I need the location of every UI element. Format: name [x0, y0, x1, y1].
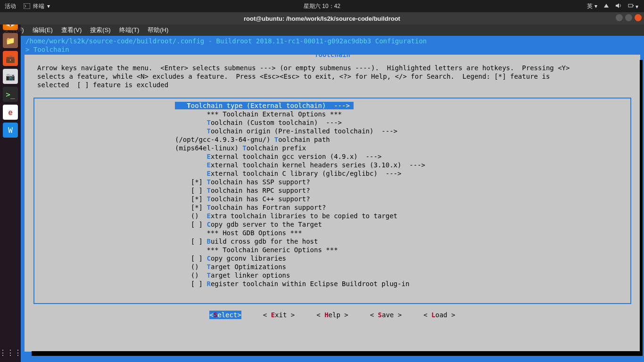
close-button[interactable] — [635, 14, 642, 21]
select-button[interactable]: <Select> — [209, 311, 241, 319]
option-row[interactable]: () Target Optimizations — [34, 263, 630, 271]
option-row[interactable]: External toolchain C library (glibc/egli… — [34, 169, 630, 178]
option-row[interactable]: Toolchain (Custom toolchain) ---> — [34, 118, 630, 127]
option-row[interactable]: [*] Toolchain has SSP support? — [34, 178, 630, 186]
window-title: root@ubuntu: /home/work/ls2k/source-code… — [244, 15, 400, 22]
option-row[interactable]: (mips64el-linux) Toolchain prefix — [34, 144, 630, 152]
menu-terminal[interactable]: 终端(T) — [119, 26, 140, 34]
dock-screenshot-icon[interactable]: 📷 — [3, 69, 18, 84]
option-row[interactable]: [*] Toolchain has Fortran support? — [34, 203, 630, 212]
dock: 🦊 📁 💼 📷 >_ e W ⋮⋮⋮ — [0, 12, 21, 362]
panel-shadow-right — [640, 60, 643, 356]
option-row[interactable]: [ ] Build cross gdb for the host — [34, 237, 630, 246]
minimize-button[interactable] — [616, 14, 623, 21]
exit-button[interactable]: < Exit > — [263, 311, 295, 319]
help-text: Arrow keys navigate the menu. <Enter> se… — [25, 55, 640, 92]
menu-view[interactable]: 查看(V) — [61, 26, 82, 34]
option-row[interactable]: [ ] Toolchain has RPC support? — [34, 186, 630, 195]
option-row[interactable]: *** Toolchain Generic Options *** — [34, 246, 630, 254]
menu-search[interactable]: 搜索(S) — [90, 26, 110, 34]
option-row[interactable]: [*] Toolchain has C++ support? — [34, 195, 630, 203]
panel-title: Toolchain — [25, 50, 640, 59]
menuconfig-panel: Toolchain Arrow keys navigate the menu. … — [25, 55, 640, 352]
dock-wps-icon[interactable]: W — [3, 123, 18, 138]
action-buttons: <Select>< Exit >< Help >< Save >< Load > — [25, 311, 640, 319]
svg-rect-0 — [24, 3, 30, 9]
option-row[interactable]: [ ] Register toolchain within Eclipse Bu… — [34, 280, 630, 288]
option-row[interactable]: [ ] Copy gconv libraries — [34, 254, 630, 263]
dock-files-icon[interactable]: 📁 — [3, 33, 18, 48]
input-method-indicator[interactable]: 英 ▾ — [587, 2, 597, 10]
menu-help[interactable]: 帮助(H) — [148, 26, 168, 34]
svg-rect-2 — [633, 5, 634, 6]
option-row[interactable]: Toolchain type (External toolchain) ---> — [34, 101, 354, 110]
svg-rect-1 — [628, 4, 633, 7]
maximize-button[interactable] — [625, 14, 632, 21]
menubar: 文件(F) 编辑(E) 查看(V) 搜索(S) 终端(T) 帮助(H) — [0, 25, 644, 36]
current-app-name: 终端 — [33, 2, 44, 10]
option-row[interactable]: *** Toolchain External Options *** — [34, 110, 630, 118]
option-row[interactable]: Toolchain origin (Pre-installed toolchai… — [34, 127, 630, 135]
terminal-icon — [24, 3, 30, 9]
load-button[interactable]: < Load > — [423, 311, 455, 319]
show-apps-icon[interactable]: ⋮⋮⋮ — [0, 348, 22, 357]
terminal-area: /home/work/ls2k/source-code/buildroot/.c… — [21, 36, 644, 362]
option-row[interactable]: (/opt/gcc-4.9.3-64-gnu/) Toolchain path — [34, 135, 630, 144]
network-icon[interactable] — [603, 3, 610, 10]
help-button[interactable]: < Help > — [316, 311, 348, 319]
option-row[interactable]: [ ] Copy gdb server to the Target — [34, 220, 630, 229]
volume-icon[interactable] — [615, 3, 622, 10]
activities-button[interactable]: 活动 — [5, 2, 16, 10]
option-row[interactable]: *** Host GDB Options *** — [34, 229, 630, 237]
option-row[interactable]: () Extra toolchain libraries to be copie… — [34, 212, 630, 220]
current-app-indicator[interactable]: 终端 ▾ — [24, 2, 50, 10]
gnome-topbar: 活动 终端 ▾ 星期六 10：42 英 ▾ ▾ — [0, 0, 644, 12]
menu-edit[interactable]: 编辑(E) — [33, 26, 53, 34]
option-row[interactable]: () Target linker options — [34, 271, 630, 280]
config-path: /home/work/ls2k/source-code/buildroot/.c… — [25, 37, 427, 45]
power-icon[interactable]: ▾ — [627, 3, 638, 10]
window-titlebar: root@ubuntu: /home/work/ls2k/source-code… — [0, 12, 644, 25]
dock-reader-icon[interactable]: e — [3, 105, 18, 120]
dock-terminal-icon[interactable]: >_ — [3, 87, 18, 102]
dock-software-icon[interactable]: 💼 — [3, 51, 18, 66]
save-button[interactable]: < Save > — [370, 311, 402, 319]
chevron-down-icon: ▾ — [47, 3, 50, 9]
panel-shadow — [32, 351, 640, 356]
clock: 星期六 10：42 — [0, 2, 644, 10]
option-row[interactable]: External toolchain gcc version (4.9.x) -… — [34, 152, 630, 161]
options-listbox[interactable]: Toolchain type (External toolchain) --->… — [33, 98, 631, 304]
option-row[interactable]: External toolchain kernel headers series… — [34, 161, 630, 169]
